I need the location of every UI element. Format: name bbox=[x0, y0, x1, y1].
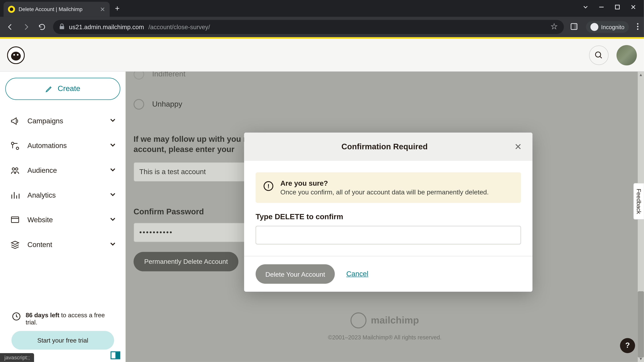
svg-point-15 bbox=[16, 147, 19, 149]
audience-icon bbox=[10, 165, 20, 176]
window-controls bbox=[575, 0, 644, 15]
chevron-down-icon bbox=[110, 167, 116, 174]
accent-bar bbox=[0, 37, 644, 39]
chevron-down-icon bbox=[110, 142, 116, 150]
radio-unhappy[interactable] bbox=[134, 99, 144, 110]
sidebar: Create Campaigns Automations Audience bbox=[0, 71, 126, 362]
incognito-icon bbox=[590, 23, 598, 31]
new-tab-button[interactable]: + bbox=[110, 4, 125, 13]
reload-button[interactable] bbox=[37, 22, 47, 32]
nav-automations[interactable]: Automations bbox=[5, 135, 120, 157]
website-icon bbox=[10, 215, 20, 225]
trial-callout: 86 days left to access a free trial. Sta… bbox=[5, 305, 120, 356]
cookie-preferences-icon[interactable] bbox=[110, 351, 120, 359]
radio-label: Indifferent bbox=[152, 71, 186, 79]
megaphone-icon bbox=[10, 116, 20, 126]
profile-avatar[interactable] bbox=[616, 45, 637, 65]
create-button[interactable]: Create bbox=[5, 78, 120, 100]
trial-text: 86 days left to access a free trial. bbox=[26, 312, 114, 326]
delete-account-button[interactable]: Delete Your Account bbox=[256, 264, 335, 284]
svg-rect-5 bbox=[574, 23, 577, 29]
chevron-down-icon bbox=[110, 191, 116, 199]
create-label: Create bbox=[58, 84, 80, 93]
close-window-icon[interactable] bbox=[630, 4, 636, 11]
tabs-dropdown-icon[interactable] bbox=[583, 4, 588, 11]
maximize-icon[interactable] bbox=[615, 4, 620, 11]
cancel-link[interactable]: Cancel bbox=[346, 270, 368, 278]
back-button[interactable] bbox=[5, 22, 15, 32]
confirm-delete-input[interactable] bbox=[256, 226, 521, 245]
permanently-delete-button[interactable]: Permanently Delete Account bbox=[134, 252, 238, 271]
svg-rect-3 bbox=[60, 26, 64, 29]
warning-body: Once you confirm, all of your account da… bbox=[280, 188, 489, 196]
nav-label: Content bbox=[27, 241, 52, 249]
scroll-down-icon[interactable]: ▼ bbox=[638, 356, 644, 362]
warning-icon: ! bbox=[264, 181, 273, 191]
svg-point-12 bbox=[17, 54, 18, 55]
tab-close-icon[interactable]: ✕ bbox=[100, 6, 105, 13]
nav-audience[interactable]: Audience bbox=[5, 160, 120, 181]
address-bar: us21.admin.mailchimp.com/account/close-s… bbox=[0, 17, 644, 37]
browser-chrome: Delete Account | Mailchimp ✕ + us21.admi… bbox=[0, 0, 644, 37]
lock-icon bbox=[59, 23, 64, 31]
browser-tab[interactable]: Delete Account | Mailchimp ✕ bbox=[4, 2, 110, 17]
modal-title: Confirmation Required bbox=[255, 142, 514, 151]
warning-heading: Are you sure? bbox=[280, 179, 489, 187]
chevron-down-icon bbox=[110, 216, 116, 224]
svg-point-16 bbox=[12, 168, 15, 170]
nav-content[interactable]: Content bbox=[5, 234, 120, 256]
minimize-icon[interactable] bbox=[599, 4, 604, 11]
svg-point-17 bbox=[16, 168, 18, 170]
modal-close-button[interactable]: ✕ bbox=[514, 141, 522, 152]
clock-icon bbox=[12, 312, 21, 323]
content-icon bbox=[10, 240, 20, 250]
extensions-icon[interactable] bbox=[570, 22, 578, 31]
chevron-down-icon bbox=[110, 117, 116, 125]
url-input[interactable]: us21.admin.mailchimp.com/account/close-s… bbox=[53, 20, 564, 34]
mailchimp-logo[interactable] bbox=[7, 46, 25, 64]
confirm-input-label: Type DELETE to confirm bbox=[256, 213, 521, 221]
search-button[interactable] bbox=[589, 45, 608, 65]
url-host: us21.admin.mailchimp.com bbox=[69, 23, 144, 30]
footer-brand: mailchimp bbox=[371, 315, 419, 326]
svg-point-14 bbox=[12, 142, 14, 145]
nav-label: Automations bbox=[27, 142, 67, 150]
confirmation-modal: Confirmation Required ✕ ! Are you sure? … bbox=[244, 133, 532, 292]
nav-campaigns[interactable]: Campaigns bbox=[5, 110, 120, 132]
radio-option[interactable] bbox=[134, 71, 144, 79]
analytics-icon bbox=[10, 190, 20, 201]
svg-point-13 bbox=[596, 52, 601, 57]
mailchimp-logo-icon bbox=[350, 312, 366, 328]
scroll-up-icon[interactable]: ▲ bbox=[638, 71, 644, 78]
nav-label: Website bbox=[27, 216, 53, 224]
bookmark-icon[interactable] bbox=[551, 23, 558, 31]
footer-logo: mailchimp bbox=[350, 312, 419, 328]
browser-menu-icon[interactable] bbox=[637, 23, 639, 31]
nav-analytics[interactable]: Analytics bbox=[5, 185, 120, 206]
tab-strip: Delete Account | Mailchimp ✕ + bbox=[0, 0, 644, 17]
svg-rect-18 bbox=[12, 217, 19, 223]
feedback-tab[interactable]: Feedback bbox=[633, 183, 644, 220]
incognito-badge[interactable]: Incognito bbox=[586, 21, 629, 33]
warning-banner: ! Are you sure? Once you confirm, all of… bbox=[256, 172, 521, 203]
incognito-label: Incognito bbox=[601, 24, 624, 30]
start-trial-button[interactable]: Start your free trial bbox=[12, 331, 114, 350]
nav-website[interactable]: Website bbox=[5, 210, 120, 231]
help-button[interactable]: ? bbox=[620, 338, 635, 353]
search-icon bbox=[594, 51, 603, 59]
chevron-down-icon bbox=[110, 241, 116, 249]
nav-label: Campaigns bbox=[27, 117, 63, 125]
svg-point-11 bbox=[13, 54, 15, 55]
svg-point-6 bbox=[637, 23, 638, 24]
automation-icon bbox=[10, 141, 20, 151]
nav-label: Audience bbox=[27, 167, 57, 174]
pencil-icon bbox=[45, 85, 53, 93]
svg-point-8 bbox=[637, 28, 638, 30]
tab-title: Delete Account | Mailchimp bbox=[18, 6, 82, 12]
scrollbar-thumb[interactable] bbox=[638, 291, 644, 358]
svg-point-7 bbox=[637, 26, 638, 27]
forward-button[interactable] bbox=[21, 22, 31, 32]
svg-point-1 bbox=[10, 7, 13, 11]
svg-point-10 bbox=[11, 51, 21, 60]
favicon-icon bbox=[8, 6, 15, 13]
